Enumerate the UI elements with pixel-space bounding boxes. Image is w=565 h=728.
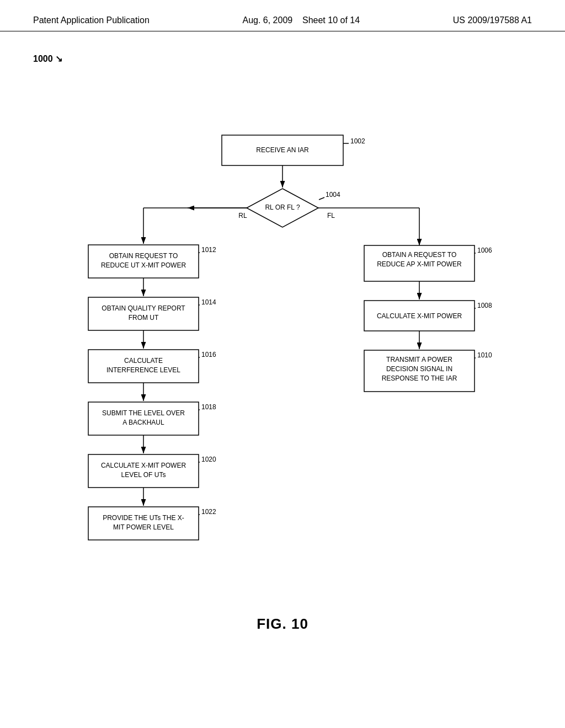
text-1006-1: OBTAIN A REQUEST TO	[382, 251, 456, 259]
header: Patent Application Publication Aug. 6, 2…	[0, 0, 565, 31]
fig-label: FIG. 10	[257, 615, 308, 633]
svg-line-3	[319, 197, 324, 200]
ref-1018: 1018	[201, 403, 216, 411]
flowchart-svg: RECEIVE AN IAR 1002 RL OR FL ? 1004 RL F…	[0, 31, 565, 666]
text-1018-2: A BACKHAUL	[122, 419, 164, 426]
ref-1014: 1014	[201, 298, 216, 306]
text-1010-3: RESPONSE TO THE IAR	[382, 374, 457, 382]
diagram-area: 1000 ↘ RECEIVE AN IAR 1002 RL OR FL ?	[0, 31, 565, 666]
ref-1022: 1022	[201, 508, 216, 516]
text-1008: CALCULATE X-MIT POWER	[377, 312, 462, 320]
text-1020-2: LEVEL OF UTs	[121, 471, 166, 479]
ref-1012: 1012	[201, 246, 216, 254]
fl-label: FL	[327, 212, 335, 220]
ref-1004: 1004	[326, 191, 340, 199]
text-1020-1: CALCULATE X-MIT POWER	[101, 462, 186, 469]
text-1002: RECEIVE AN IAR	[256, 146, 309, 154]
text-1014-2: FROM UT	[129, 314, 159, 322]
ref-1020: 1020	[201, 456, 216, 463]
ref-1002: 1002	[350, 137, 365, 145]
text-1016-2: INTERFERENCE LEVEL	[106, 366, 180, 374]
header-right: US 2009/197588 A1	[453, 15, 532, 25]
text-1010-2: DECISION SIGNAL IN	[386, 365, 452, 373]
ref-1008: 1008	[477, 302, 492, 309]
header-left: Patent Application Publication	[33, 15, 150, 25]
text-1022-2: MIT POWER LEVEL	[113, 523, 174, 531]
ref-1016: 1016	[201, 351, 216, 358]
page: Patent Application Publication Aug. 6, 2…	[0, 0, 565, 728]
ref-1010: 1010	[477, 351, 492, 359]
text-1012-2: REDUCE UT X-MIT POWER	[101, 261, 186, 269]
text-1006-2: REDUCE AP X-MIT POWER	[377, 260, 462, 268]
rl-label: RL	[238, 212, 247, 220]
text-1014-1: OBTAIN QUALITY REPORT	[102, 304, 185, 312]
text-1012-1: OBTAIN REQUEST TO	[109, 252, 178, 260]
text-1010-1: TRANSMIT A POWER	[386, 356, 452, 363]
ref-1006: 1006	[477, 247, 492, 254]
text-1022-1: PROVIDE THE UTs THE X-	[103, 514, 184, 522]
header-center: Aug. 6, 2009 Sheet 10 of 14	[242, 15, 360, 25]
text-1018-1: SUBMIT THE LEVEL OVER	[102, 409, 185, 417]
text-1016-1: CALCULATE	[124, 357, 163, 365]
text-1004: RL OR FL ?	[265, 204, 300, 211]
